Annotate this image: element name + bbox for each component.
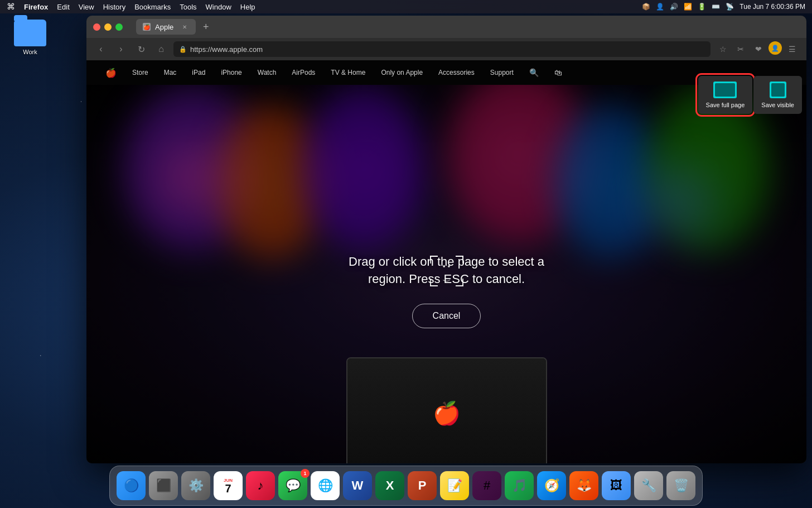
menu-view[interactable]: View <box>79 3 94 11</box>
nav-actions: ☆ ✂ ❤ 👤 ☰ <box>715 41 800 57</box>
browser-window: 🍎 Apple ✕ + ‹ › ↻ ⌂ 🔒 https://www.apple.… <box>86 16 806 463</box>
desktop: ⌘ Firefox Edit View History Bookmarks To… <box>0 0 812 508</box>
apple-nav-support[interactable]: Support <box>482 60 521 85</box>
menu-firefox[interactable]: Firefox <box>24 3 48 11</box>
apple-nav-tv-home[interactable]: TV & Home <box>323 60 373 85</box>
dock-item-music[interactable]: ♪ <box>246 471 275 500</box>
dock-item-calendar[interactable]: JUN 7 <box>214 471 243 500</box>
dock-item-notes[interactable]: 📝 <box>440 471 469 500</box>
macbook-screen-inner: 🍎 <box>347 358 546 463</box>
back-button[interactable]: ‹ <box>93 41 109 57</box>
apple-nav-only-on-apple[interactable]: Only on Apple <box>373 60 431 85</box>
traffic-lights <box>93 23 123 31</box>
dock-item-system-preferences[interactable]: ⚙️ <box>181 471 210 500</box>
dropbox-icon[interactable]: 📦 <box>642 3 650 11</box>
apple-menu-icon[interactable]: ⌘ <box>7 2 15 12</box>
dock-item-word[interactable]: W <box>343 471 372 500</box>
tab-close-button[interactable]: ✕ <box>180 22 189 31</box>
desktop-folder-work[interactable]: Work <box>14 20 46 55</box>
bluetooth-icon[interactable]: 📶 <box>684 3 692 11</box>
new-tab-button[interactable]: + <box>198 19 214 35</box>
dock-item-firefox[interactable]: 🦊 <box>569 471 598 500</box>
hero-section: • • ‿ Drag or click on the page to selec… <box>86 85 806 463</box>
refresh-button[interactable]: ↻ <box>133 41 149 57</box>
tab-apple[interactable]: 🍎 Apple ✕ <box>136 19 196 35</box>
apple-nav-iphone[interactable]: iPhone <box>213 60 249 85</box>
instruction-text: Drag or click on the page to select areg… <box>349 253 544 288</box>
apple-nav-airpods[interactable]: AirPods <box>284 60 323 85</box>
lock-icon: 🔒 <box>179 46 187 53</box>
dock-item-chrome[interactable]: 🌐 <box>311 471 340 500</box>
title-bar: 🍎 Apple ✕ + <box>86 16 806 38</box>
website-content: 🍎 Store Mac iPad iPhone Watch AirPods TV… <box>86 60 806 463</box>
macbook-apple-logo: 🍎 <box>433 400 461 426</box>
macbook-preview: 🍎 <box>330 357 564 463</box>
reading-list-button[interactable]: ❤ <box>751 41 766 57</box>
dock-item-spotify[interactable]: 🎵 <box>505 471 534 500</box>
dock-item-assistant[interactable]: 🔧 <box>634 471 663 500</box>
avatar-button[interactable]: 👤 <box>768 41 782 55</box>
screenshot-tool-button[interactable]: ✂ <box>733 41 748 57</box>
save-full-page-icon <box>713 82 737 98</box>
tab-favicon: 🍎 <box>143 23 151 31</box>
menubar-left: ⌘ Firefox Edit View History Bookmarks To… <box>7 2 255 12</box>
screenshot-toolbar: Save full page Save visible <box>698 76 802 114</box>
person-icon[interactable]: 👤 <box>656 3 664 11</box>
apple-nav-accessories[interactable]: Accessories <box>431 60 482 85</box>
tab-bar: 🍎 Apple ✕ + <box>127 19 800 35</box>
address-bar[interactable]: 🔒 https://www.apple.com <box>173 41 710 57</box>
tab-title: Apple <box>155 23 173 31</box>
save-visible-button[interactable]: Save visible <box>753 76 802 114</box>
apple-nav-store[interactable]: Store <box>124 60 156 85</box>
keyboard-icon[interactable]: ⌨️ <box>712 3 720 11</box>
bookmark-button[interactable]: ☆ <box>715 41 731 57</box>
folder-icon <box>14 20 46 46</box>
menu-bookmarks[interactable]: Bookmarks <box>134 3 171 11</box>
apple-nav-ipad[interactable]: iPad <box>184 60 213 85</box>
save-visible-icon <box>770 82 786 98</box>
dock-item-messages[interactable]: 💬 1 <box>278 471 307 500</box>
save-full-page-label: Save full page <box>706 102 745 108</box>
close-button[interactable] <box>93 23 100 31</box>
cancel-button[interactable]: Cancel <box>412 304 481 328</box>
maximize-button[interactable] <box>115 23 123 31</box>
macbook-screen: 🍎 <box>346 357 547 463</box>
dock-item-preview[interactable]: 🖼 <box>602 471 631 500</box>
battery-icon[interactable]: 🔋 <box>698 3 706 11</box>
dock-item-finder[interactable]: 🔵 <box>117 471 146 500</box>
minimize-button[interactable] <box>104 23 112 31</box>
dock: 🔵 ⬛ ⚙️ JUN 7 ♪ 💬 1 🌐 W <box>109 466 703 506</box>
nav-bar: ‹ › ↻ ⌂ 🔒 https://www.apple.com ☆ ✂ ❤ 👤 … <box>86 38 806 60</box>
save-full-page-button[interactable]: Save full page <box>698 76 753 114</box>
datetime-label: Tue Jun 7 6:00:36 PM <box>740 3 805 11</box>
menu-history[interactable]: History <box>103 3 125 11</box>
menu-tools[interactable]: Tools <box>180 3 196 11</box>
menu-window[interactable]: Window <box>206 3 231 11</box>
home-button[interactable]: ⌂ <box>153 41 169 57</box>
dock-item-excel[interactable]: X <box>375 471 404 500</box>
dock-item-launchpad[interactable]: ⬛ <box>149 471 178 500</box>
menubar: ⌘ Firefox Edit View History Bookmarks To… <box>0 0 812 13</box>
menu-help[interactable]: Help <box>240 3 255 11</box>
messages-badge: 1 <box>301 469 310 478</box>
apple-nav-search[interactable]: 🔍 <box>521 60 547 85</box>
apple-nav-logo[interactable]: 🍎 <box>98 60 124 85</box>
save-visible-label: Save visible <box>761 102 794 108</box>
menu-button[interactable]: ☰ <box>784 41 800 57</box>
folder-label: Work <box>23 49 37 55</box>
menubar-right: 📦 👤 🔊 📶 🔋 ⌨️ 📡 Tue Jun 7 6:00:36 PM <box>642 3 805 11</box>
menu-edit[interactable]: Edit <box>57 3 69 11</box>
apple-nav-bag[interactable]: 🛍 <box>547 60 570 85</box>
forward-button[interactable]: › <box>113 41 129 57</box>
url-text: https://www.apple.com <box>190 45 263 54</box>
dock-item-trash[interactable]: 🗑️ <box>666 471 695 500</box>
volume-icon[interactable]: 🔊 <box>670 3 678 11</box>
dock-item-safari[interactable]: 🧭 <box>537 471 566 500</box>
dock-item-powerpoint[interactable]: P <box>408 471 437 500</box>
wifi-icon[interactable]: 📡 <box>726 3 734 11</box>
apple-nav-watch[interactable]: Watch <box>250 60 284 85</box>
dock-item-slack[interactable]: # <box>472 471 501 500</box>
apple-nav-mac[interactable]: Mac <box>156 60 185 85</box>
